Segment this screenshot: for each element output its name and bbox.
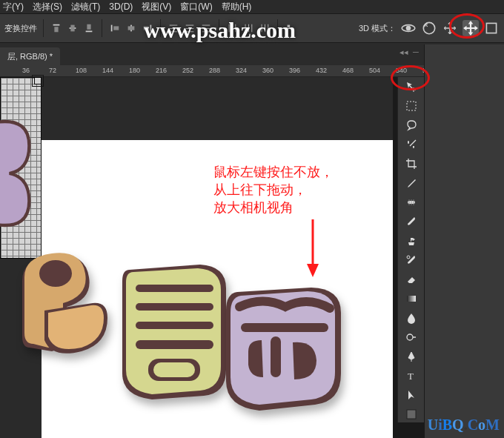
dodge-icon[interactable] <box>402 329 421 345</box>
instruction-line-2: 从上往下拖动， <box>213 181 334 199</box>
ruler-tick-label: 72 <box>49 67 56 74</box>
svg-marker-50 <box>307 264 319 277</box>
instruction-line-1: 鼠标左键按住不放， <box>213 163 334 181</box>
menu-item-type[interactable]: 字(Y) <box>3 1 24 13</box>
menu-item-help[interactable]: 帮助(H) <box>222 1 252 13</box>
svg-point-55 <box>407 334 413 340</box>
ruler-tick-label: 180 <box>129 67 140 74</box>
ruler-tick-label: 144 <box>102 67 113 74</box>
align-hcenter-icon[interactable] <box>125 21 138 35</box>
svg-rect-47 <box>241 323 328 332</box>
text3d-block-2 <box>115 251 233 407</box>
ruler-tick-label: 468 <box>342 67 354 74</box>
svg-rect-54 <box>407 296 416 302</box>
ruler-tick-label: 360 <box>262 67 273 74</box>
crop-icon[interactable] <box>402 156 421 172</box>
canvas-area[interactable] <box>0 77 393 438</box>
marquee-icon[interactable] <box>402 98 421 114</box>
gradient-icon[interactable] <box>402 291 421 307</box>
svg-marker-38 <box>475 26 478 31</box>
down-arrow-icon <box>305 219 320 279</box>
separator <box>43 19 44 37</box>
eraser-icon[interactable] <box>402 271 421 288</box>
svg-rect-41 <box>136 285 213 292</box>
eyedropper-icon[interactable] <box>402 175 421 191</box>
scale-3d-icon[interactable] <box>483 20 500 36</box>
svg-rect-0 <box>53 24 60 26</box>
tools-panel: T <box>397 77 424 422</box>
path-select-icon[interactable] <box>402 387 421 403</box>
svg-rect-57 <box>407 410 416 419</box>
healing-brush-icon[interactable] <box>402 194 421 210</box>
menu-item-select[interactable]: 选择(S) <box>33 1 62 13</box>
align-top-icon[interactable] <box>50 21 63 35</box>
type-icon[interactable]: T <box>402 368 421 384</box>
history-brush-icon[interactable] <box>402 252 421 268</box>
svg-marker-36 <box>468 33 474 36</box>
slide-3d-icon[interactable] <box>462 20 479 36</box>
ruler-tick-label: 216 <box>156 67 167 74</box>
svg-rect-3 <box>70 25 74 32</box>
transform-handle-icon[interactable] <box>32 75 44 87</box>
svg-rect-5 <box>87 24 90 30</box>
mode-3d-label: 3D 模式： <box>359 23 396 34</box>
align-vcenter-icon[interactable] <box>66 21 79 35</box>
menu-item-view[interactable]: 视图(V) <box>142 1 171 13</box>
menu-item-filter[interactable]: 滤镜(T) <box>71 1 100 13</box>
svg-rect-6 <box>111 25 113 32</box>
ruler-tick-label: 252 <box>182 67 193 74</box>
ruler-tick-label: 432 <box>316 67 327 74</box>
ruler-tick-label: 396 <box>289 67 300 74</box>
foreground-swatch-icon[interactable] <box>402 406 421 422</box>
svg-rect-44 <box>136 340 213 349</box>
magic-wand-icon[interactable] <box>402 136 421 153</box>
svg-point-40 <box>39 260 72 287</box>
svg-rect-42 <box>136 303 213 311</box>
svg-rect-43 <box>136 322 213 329</box>
blur-icon[interactable] <box>402 310 421 326</box>
transform-controls-label: 变换控件 <box>4 23 37 34</box>
menu-item-3d[interactable]: 3D(D) <box>109 1 133 12</box>
menu-item-window[interactable]: 窗口(W) <box>180 1 212 13</box>
instruction-line-3: 放大相机视角 <box>213 199 334 216</box>
svg-rect-39 <box>486 23 496 33</box>
svg-marker-37 <box>463 26 466 31</box>
pan-3d-icon[interactable] <box>442 20 458 36</box>
ruler-tick-label: 540 <box>396 67 407 74</box>
svg-rect-48 <box>271 336 281 377</box>
preview-3d-shape <box>0 114 37 233</box>
right-panel-area <box>424 44 504 438</box>
svg-rect-7 <box>113 26 119 30</box>
menu-bar: 字(Y) 选择(S) 滤镜(T) 3D(D) 视图(V) 窗口(W) 帮助(H) <box>0 0 504 13</box>
svg-marker-35 <box>468 21 474 24</box>
ruler-tick-label: 324 <box>236 67 247 74</box>
clone-stamp-icon[interactable] <box>402 233 421 249</box>
move-3d-icon[interactable] <box>402 79 421 95</box>
text3d-block-3 <box>219 277 348 418</box>
svg-rect-4 <box>86 31 93 33</box>
ruler-tick-label: 504 <box>369 67 380 74</box>
roll-3d-icon[interactable] <box>421 20 437 36</box>
orbit-3d-icon[interactable] <box>400 20 417 36</box>
footer-watermark: UiBQ.CoM <box>428 417 500 434</box>
svg-rect-46 <box>153 362 195 377</box>
text3d-block-1 <box>11 236 122 385</box>
svg-rect-9 <box>128 26 135 30</box>
document-tab[interactable]: 层, RGB/8) * <box>0 47 60 65</box>
mode-3d-group: 3D 模式： <box>359 20 500 36</box>
pen-icon[interactable] <box>402 348 421 365</box>
svg-rect-1 <box>54 27 58 32</box>
lasso-icon[interactable] <box>402 117 421 133</box>
svg-point-33 <box>406 26 411 31</box>
ruler-tick-label: 288 <box>209 67 220 74</box>
svg-point-53 <box>407 256 410 259</box>
instruction-text: 鼠标左键按住不放， 从上往下拖动， 放大相机视角 <box>213 163 334 216</box>
watermark-text: www.psahz.com <box>144 18 296 43</box>
brush-icon[interactable] <box>402 213 421 230</box>
align-bottom-icon[interactable] <box>82 21 96 35</box>
align-left-icon[interactable] <box>108 21 122 35</box>
ruler-tick-label: 36 <box>22 67 30 74</box>
svg-text:T: T <box>408 371 414 382</box>
separator <box>102 19 102 37</box>
align-group-1 <box>50 21 96 35</box>
